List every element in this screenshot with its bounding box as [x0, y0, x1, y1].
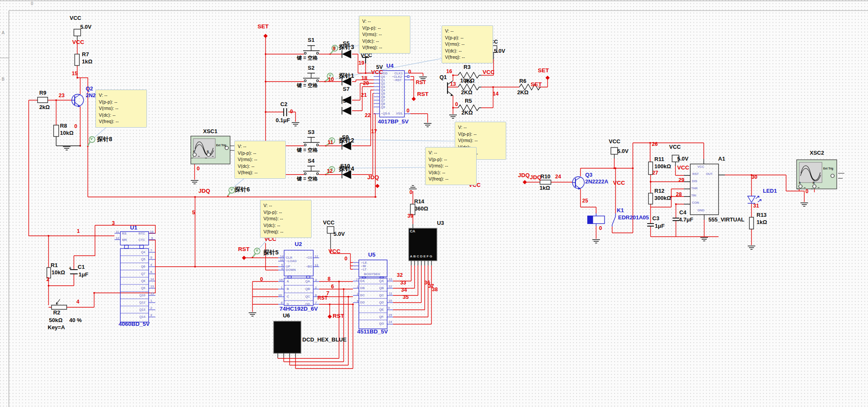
probe-annotation-line: V: -- — [362, 18, 407, 25]
label-net: 2 — [46, 277, 49, 282]
label-pin: DC — [360, 294, 365, 297]
label-net: 27 — [652, 170, 658, 176]
label-netname: RST — [317, 295, 328, 300]
label-pin: 13 — [315, 264, 318, 267]
label-net: 13 — [450, 82, 456, 87]
label-pin: 13 — [150, 285, 154, 288]
probe-annotation-probe5: V: --V(p-p): --V(rms): --V(dc): --V(freq… — [260, 200, 312, 238]
label-netname: VCC — [483, 69, 495, 75]
label-net: 10 — [328, 77, 334, 82]
probe-annotation-line: V(p-p): -- — [445, 35, 490, 41]
probe-annotation-probe1: V: --V(p-p): --V(rms): --V(dc): --V(freq… — [442, 25, 493, 63]
label-net: 35 — [403, 295, 409, 300]
label-pin: Q5 — [141, 258, 145, 261]
probe-annotation-line: V: -- — [429, 150, 473, 156]
label-pin: TRI — [691, 194, 696, 197]
label-net: 0 — [599, 226, 602, 231]
label-ref: 探针6 — [235, 186, 250, 192]
label-part: U1 — [130, 225, 137, 231]
label-pin: 7 — [356, 278, 358, 281]
label-pin: 10 — [388, 299, 392, 303]
label-tiny: A — [799, 182, 801, 185]
label-netname: JDQ — [518, 172, 530, 178]
label-pin: 11 — [116, 230, 119, 234]
probe-annotation-probe6: V: --V(p-p): --V(rms): --V(dc): --V(freq… — [234, 141, 286, 179]
label-ref: C3 — [652, 216, 659, 221]
label-pin: ~BO — [306, 265, 312, 268]
label-pin: QB — [379, 287, 384, 290]
label-net: 1 — [77, 229, 80, 234]
label-part: 4060BD_5V — [119, 321, 150, 327]
label-pin: QE — [379, 308, 384, 311]
label-ref: DCD_HEX_BLUE — [302, 337, 347, 342]
resistor-R10 — [540, 180, 551, 184]
label-pin: 2 — [150, 306, 152, 310]
label-ref: 2KΩ — [461, 90, 472, 95]
label-cjk: 键 = 空格 — [297, 55, 318, 60]
resistor-R12 — [648, 193, 653, 204]
display-u6-hex[interactable] — [274, 321, 301, 358]
label-pin: Q14 — [139, 315, 145, 319]
label-net: 24 — [555, 174, 561, 180]
label-ref: S3 — [308, 129, 315, 135]
label-pin: 7 — [315, 301, 317, 305]
label-pin: 1 — [150, 299, 152, 303]
label-ref: 5.0V — [494, 48, 505, 54]
label-pin: 12 — [116, 237, 119, 240]
probe-annotation-line: V: -- — [445, 28, 490, 35]
label-net: 29 — [678, 178, 684, 183]
label-pin: GND — [697, 209, 705, 212]
label-ref: 1kΩ — [540, 185, 550, 191]
label-net: 0 — [407, 108, 410, 114]
label-pin: Q10 — [139, 294, 145, 297]
label-ref: 100kΩ — [654, 164, 671, 169]
label-pin: MR — [122, 238, 127, 242]
label-ref: R5 — [465, 98, 472, 104]
label-pin: DD — [360, 301, 365, 304]
label-net: 25 — [582, 198, 588, 204]
oscilloscope-XSC1[interactable] — [191, 136, 237, 164]
label-refblu: EDR201A05 — [618, 215, 649, 220]
probe-annotation-line: V(dc): -- — [238, 163, 282, 170]
label-net: 6 — [331, 284, 334, 290]
label-ref: 1μF — [79, 272, 88, 277]
label-pin: ~LOAD — [286, 259, 297, 263]
label-pin: Q6 — [141, 265, 145, 268]
label-probeV: V — [329, 74, 331, 77]
label-ref: 探针2 — [339, 137, 354, 143]
label-ref: Q1 — [439, 74, 447, 80]
probe-annotation-line: V(rms): -- — [429, 163, 473, 169]
label-ref: S2 — [308, 65, 315, 71]
label-pin: QC — [305, 295, 310, 298]
label-netname: SET — [538, 68, 549, 74]
label-netname: RST — [417, 91, 429, 97]
label-pin: Q4 — [141, 251, 145, 254]
label-net: 0 — [408, 69, 411, 75]
label-ref: R14 — [414, 199, 424, 204]
label-pin: 14 — [150, 278, 154, 281]
label-pin: ~LT — [361, 268, 366, 271]
label-cjk: 键 = 空格 — [297, 176, 318, 181]
label-pin: QA — [305, 280, 310, 283]
label-tiny: Ext Trig — [216, 144, 226, 147]
probe-annotation-line: V: -- — [458, 124, 503, 131]
label-pin: Q13 — [139, 308, 145, 311]
label-part: 74HC192D_6V — [279, 306, 318, 312]
label-pin: ~CO — [306, 256, 312, 259]
probe-annotation-line: V(freq): -- — [99, 118, 144, 125]
label-pin: BCD/7SEG — [364, 273, 380, 276]
label-net: 16 — [446, 69, 452, 74]
label-probeV: V — [90, 137, 92, 141]
probe-annotation-probe8: V: --V(p-p): --V(rms): --V(dc): --V(freq… — [95, 90, 147, 128]
probe-annotation-line: V: -- — [99, 92, 144, 99]
label-pin: QD — [379, 301, 384, 304]
probe-annotation-line: V(freq): -- — [445, 54, 490, 61]
label-net: 31 — [753, 203, 759, 209]
label-ref: 1kΩ — [757, 219, 767, 225]
probe-annotation-line: V(p-p): -- — [238, 150, 282, 157]
label-net: 0 — [74, 124, 77, 129]
label-netname: JDQ — [198, 188, 210, 194]
label-refblu: K1 — [617, 208, 624, 213]
probe-annotation-line: V(dc): -- — [362, 38, 407, 45]
schematic-canvas[interactable]: 0ABVCC5.0VVCCR71kΩ1523Q22N2222AR92kΩR810… — [0, 0, 868, 407]
